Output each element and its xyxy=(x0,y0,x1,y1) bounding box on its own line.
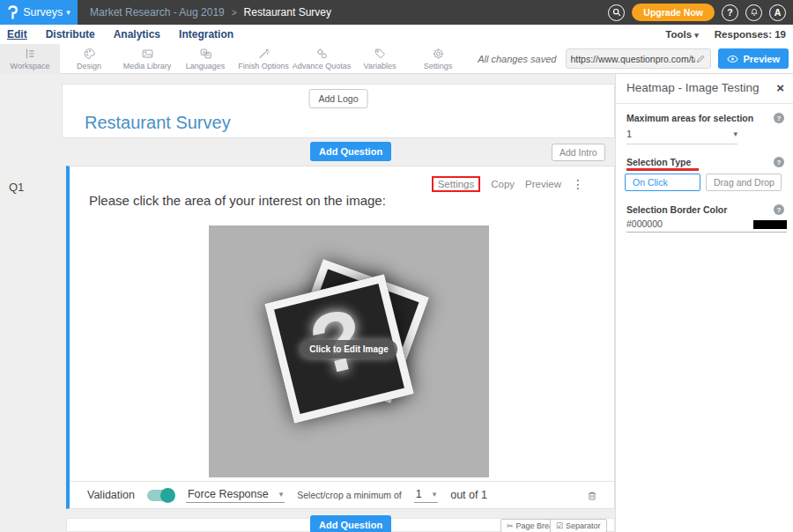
toolbar-advance-quotas[interactable]: Advance Quotas xyxy=(293,44,351,74)
help-icon[interactable]: ? xyxy=(722,4,738,21)
editor-toolbar: Workspace Design Media Library aA Langua… xyxy=(0,44,793,74)
out-of-label: out of 1 xyxy=(450,489,487,501)
save-status: All changes saved xyxy=(478,54,556,64)
question-preview-button[interactable]: Preview xyxy=(525,179,561,189)
notifications-bell-icon[interactable] xyxy=(745,4,762,21)
nav-tab-integration[interactable]: Integration xyxy=(179,28,233,41)
selection-type-on-click-button[interactable]: On Click xyxy=(625,174,700,191)
preview-button[interactable]: Preview xyxy=(718,48,789,69)
question-copy-button[interactable]: Copy xyxy=(491,179,515,189)
breadcrumb-separator: > xyxy=(232,8,237,18)
survey-url-input[interactable] xyxy=(570,54,695,64)
separator-button[interactable]: ☑Separator xyxy=(550,519,607,532)
surveys-menu[interactable]: Surveys ▾ xyxy=(0,0,78,25)
heatmap-image-placeholder[interactable]: ? Click to Edit Image xyxy=(209,225,489,477)
validation-toggle[interactable] xyxy=(147,490,174,501)
edit-pencil-icon[interactable] xyxy=(695,53,707,64)
topbar-actions: Upgrade Now ? A xyxy=(608,4,793,21)
question-settings-button[interactable]: Settings xyxy=(432,176,481,192)
help-icon[interactable]: ? xyxy=(774,113,784,123)
breadcrumb-folder[interactable]: Market Research - Aug 2019 xyxy=(90,6,225,18)
survey-url-box xyxy=(566,48,711,69)
questionpro-logo-icon xyxy=(7,5,19,20)
toolbar-workspace[interactable]: Workspace xyxy=(0,44,60,74)
border-color-swatch[interactable] xyxy=(753,220,787,229)
chevron-down-icon: ▾ xyxy=(279,490,284,499)
red-annotation-underline xyxy=(626,168,699,171)
svg-text:A: A xyxy=(206,53,210,57)
selection-type-drag-drop-button[interactable]: Drag and Drop xyxy=(706,174,782,191)
close-icon[interactable]: × xyxy=(776,81,784,94)
border-color-row: Selection Border Color ? xyxy=(626,204,784,215)
topbar: Surveys ▾ Market Research - Aug 2019 > R… xyxy=(0,0,793,25)
validation-rule-select[interactable]: Force Response▾ xyxy=(186,488,285,503)
question-footer: Validation Force Response▾ Select/crop a… xyxy=(70,481,614,508)
help-icon[interactable]: ? xyxy=(774,157,784,167)
toolbar-variables[interactable]: Variables xyxy=(351,44,409,74)
surveys-menu-label: Surveys xyxy=(23,6,63,18)
survey-title[interactable]: Restaurant Survey xyxy=(85,113,231,133)
quotas-links-icon xyxy=(315,47,330,61)
add-question-button-bottom[interactable]: Add Question xyxy=(310,515,391,532)
question-text[interactable]: Please click the area of your interest o… xyxy=(89,193,386,208)
max-areas-select[interactable]: 1 ▾ xyxy=(626,129,737,144)
gear-icon xyxy=(431,47,446,61)
panel-divider xyxy=(616,103,793,104)
kebab-menu-icon[interactable]: ⋮ xyxy=(572,178,584,190)
add-question-button-top[interactable]: Add Question xyxy=(310,142,391,161)
toolbar-languages[interactable]: aA Languages xyxy=(176,44,234,74)
eye-icon xyxy=(727,55,738,63)
search-icon[interactable] xyxy=(608,4,625,21)
media-image-icon xyxy=(140,47,155,61)
chevron-down-icon: ▾ xyxy=(433,490,437,499)
selection-type-row: Selection Type ? xyxy=(626,157,784,167)
help-icon[interactable]: ? xyxy=(774,204,784,215)
border-color-input-row: #000000 xyxy=(626,218,787,233)
questionpro-survey-editor: Surveys ▾ Market Research - Aug 2019 > R… xyxy=(0,0,793,532)
breadcrumb-survey-name: Restaurant Survey xyxy=(244,6,331,18)
delete-question-trash-icon[interactable] xyxy=(586,489,598,502)
languages-icon: aA xyxy=(198,47,213,61)
design-palette-icon xyxy=(82,47,97,61)
max-areas-row: Maximum areas for selection ? xyxy=(626,113,784,123)
svg-text:a: a xyxy=(202,50,204,55)
border-color-label: Selection Border Color xyxy=(626,204,727,215)
toolbar-finish-options[interactable]: Finish Options xyxy=(234,44,293,74)
toolbar-settings[interactable]: Settings xyxy=(409,44,467,74)
chevron-down-icon: ▾ xyxy=(694,31,699,40)
max-areas-label: Maximum areas for selection xyxy=(626,113,753,123)
magic-wand-icon xyxy=(256,47,271,61)
panel-title: Heatmap - Image Testing xyxy=(626,81,760,94)
nav-tab-distribute[interactable]: Distribute xyxy=(46,28,95,41)
click-to-edit-image-button[interactable]: Click to Edit Image xyxy=(300,340,397,358)
workspace-icon xyxy=(23,47,38,61)
avatar[interactable]: A xyxy=(769,4,786,21)
chevron-down-icon: ▾ xyxy=(733,129,737,138)
breadcrumb: Market Research - Aug 2019 > Restaurant … xyxy=(90,6,331,18)
question-actions: Settings Copy Preview ⋮ xyxy=(432,176,584,192)
border-color-value[interactable]: #000000 xyxy=(626,218,663,229)
nav-tab-edit[interactable]: Edit xyxy=(7,28,27,41)
survey-header-card: Add Logo Restaurant Survey xyxy=(62,84,615,138)
toolbar-design[interactable]: Design xyxy=(60,44,118,74)
toolbar-media-library[interactable]: Media Library xyxy=(118,44,176,74)
scissors-icon: ✂ xyxy=(507,521,514,530)
minimum-value-select[interactable]: 1▾ xyxy=(414,488,438,503)
selection-type-label: Selection Type xyxy=(626,157,691,167)
nav-links: Edit Distribute Analytics Integration xyxy=(0,28,233,41)
responses-count[interactable]: Responses: 19 xyxy=(715,29,786,40)
section-nav: Edit Distribute Analytics Integration To… xyxy=(0,25,793,44)
upgrade-now-button[interactable]: Upgrade Now xyxy=(632,4,715,21)
tools-menu[interactable]: Tools ▾ xyxy=(665,29,699,40)
add-intro-button[interactable]: Add Intro xyxy=(552,144,605,161)
chevron-down-icon: ▾ xyxy=(66,8,70,17)
minimum-select-label: Select/crop a minimum of xyxy=(297,490,401,500)
panel-title-row: Heatmap - Image Testing × xyxy=(626,81,784,94)
validation-label: Validation xyxy=(87,489,135,501)
nav-tab-analytics[interactable]: Analytics xyxy=(114,28,160,41)
question-settings-panel: Heatmap - Image Testing × Maximum areas … xyxy=(615,74,793,532)
nav-right: Tools ▾ Responses: 19 xyxy=(665,29,793,40)
question-card: Settings Copy Preview ⋮ Please click the… xyxy=(66,166,615,509)
add-logo-button[interactable]: Add Logo xyxy=(309,89,368,108)
tag-icon xyxy=(373,47,388,61)
